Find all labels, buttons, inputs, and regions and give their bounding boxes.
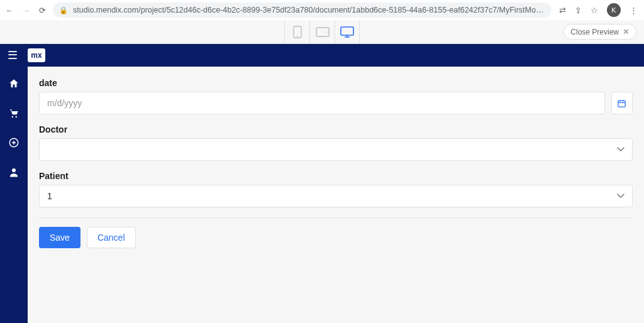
form-content: date Doctor Patient 1 Save Cancel (28, 67, 644, 323)
share-icon[interactable]: ⇪ (575, 6, 582, 15)
device-desktop-button[interactable] (335, 20, 360, 43)
svg-rect-2 (316, 28, 329, 36)
doctor-select[interactable] (39, 138, 633, 161)
doctor-label: Doctor (39, 124, 633, 134)
device-tablet-button[interactable] (309, 20, 335, 43)
date-label: date (39, 78, 633, 88)
desktop-icon (340, 26, 354, 38)
nav-home-icon[interactable] (8, 78, 19, 92)
form-group-patient: Patient 1 (39, 171, 633, 207)
hamburger-icon[interactable]: ☰ (6, 48, 19, 62)
svg-rect-9 (618, 101, 625, 107)
phone-icon (293, 26, 302, 38)
browser-toolbar: ← → ⟳ 🔒 studio.mendix.com/project/5c12d4… (0, 0, 644, 20)
date-picker-button[interactable] (611, 92, 633, 114)
form-group-doctor: Doctor (39, 124, 633, 161)
tablet-icon (316, 27, 330, 37)
form-divider (39, 217, 633, 218)
nav-user-icon[interactable] (8, 167, 19, 181)
form-actions: Save Cancel (39, 227, 633, 248)
svg-point-3 (327, 31, 328, 33)
forward-icon[interactable]: → (20, 6, 31, 15)
close-preview-label: Close Preview (570, 28, 619, 36)
device-toggle-group (284, 20, 360, 43)
reload-icon[interactable]: ⟳ (36, 6, 48, 15)
patient-select[interactable]: 1 (39, 185, 633, 207)
address-bar[interactable]: 🔒 studio.mendix.com/project/5c12d46c-d6c… (53, 3, 552, 18)
svg-point-5 (12, 116, 13, 118)
avatar[interactable]: K (607, 3, 621, 17)
side-nav (0, 67, 28, 323)
svg-point-1 (297, 35, 298, 36)
close-preview-button[interactable]: Close Preview ✕ (564, 24, 636, 40)
svg-point-8 (12, 168, 16, 172)
svg-point-6 (16, 116, 17, 118)
close-icon: ✕ (623, 27, 630, 36)
app-body: date Doctor Patient 1 Save Cancel (0, 67, 644, 323)
calendar-icon (617, 99, 626, 108)
kebab-menu-icon[interactable]: ⋮ (630, 6, 638, 15)
date-input[interactable] (39, 92, 605, 114)
lock-icon: 🔒 (59, 6, 68, 14)
nav-add-icon[interactable] (8, 137, 19, 151)
device-phone-button[interactable] (284, 20, 309, 43)
nav-cart-icon[interactable] (8, 107, 19, 122)
app-header: ☰ mx (0, 44, 644, 67)
app-logo[interactable]: mx (28, 48, 45, 62)
preview-toolbar: Close Preview ✕ (0, 20, 644, 44)
browser-right-icons: ⇄ ⇪ ☆ K ⋮ (557, 3, 640, 17)
url-text: studio.mendix.com/project/5c12d46c-d6ce-… (73, 6, 545, 14)
back-icon[interactable]: ← (4, 6, 15, 15)
translate-icon[interactable]: ⇄ (559, 6, 566, 15)
save-button[interactable]: Save (39, 227, 80, 248)
patient-label: Patient (39, 171, 633, 181)
svg-rect-4 (341, 27, 353, 35)
cancel-button[interactable]: Cancel (87, 227, 136, 248)
bookmark-icon[interactable]: ☆ (591, 6, 598, 15)
form-group-date: date (39, 78, 633, 114)
